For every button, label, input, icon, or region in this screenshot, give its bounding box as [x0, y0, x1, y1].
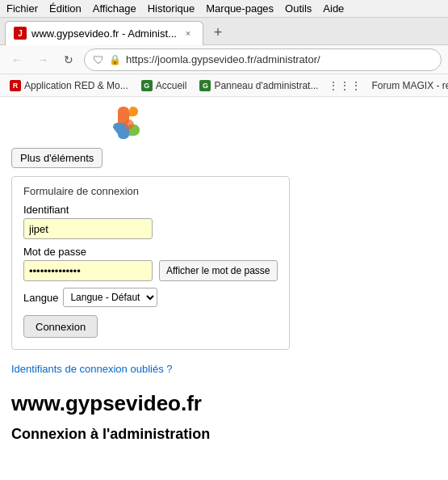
- language-row: Langue Langue - Défaut: [23, 288, 278, 307]
- connect-button[interactable]: Connexion: [23, 315, 98, 338]
- form-legend: Formulaire de connexion: [23, 185, 278, 197]
- bookmark-favicon-red: R: [10, 80, 21, 91]
- bookmark-label-red: Application RED & Mo...: [24, 80, 128, 91]
- tab-favicon: J: [14, 27, 27, 40]
- tab-title: www.gypsevideo.fr - Administ...: [31, 27, 177, 40]
- username-label: Identifiant: [23, 204, 278, 216]
- tab-close-button[interactable]: ×: [182, 27, 195, 40]
- menu-fichier[interactable]: Fichier: [6, 2, 38, 15]
- bookmark-label-panneau: Panneau d'administrat...: [214, 80, 318, 91]
- language-label: Langue: [23, 292, 58, 304]
- bookmarks-more-icon: ⋮⋮⋮: [328, 79, 362, 92]
- tab-bar: J www.gypsevideo.fr - Administ... × +: [0, 18, 448, 45]
- bookmark-forum-magix[interactable]: Forum MAGIX - retrou...: [368, 78, 448, 93]
- page-content: Plus d'éléments Formulaire de connexion …: [0, 97, 448, 451]
- bookmark-application-red[interactable]: R Application RED & Mo...: [6, 78, 132, 93]
- menu-marque-pages[interactable]: Marque-pages: [206, 2, 274, 15]
- forgot-credentials-link[interactable]: Identifiants de connexion oubliés ?: [11, 363, 437, 375]
- menu-bar: Fichier Édition Affichage Historique Mar…: [0, 0, 448, 18]
- svg-point-0: [124, 120, 134, 129]
- forward-button[interactable]: →: [32, 49, 53, 70]
- nav-bar: ← → ↻ 🛡 🔒 https://joomla.gypsevideo.fr/a…: [0, 45, 448, 74]
- password-input[interactable]: [23, 260, 153, 281]
- more-elements-button[interactable]: Plus d'éléments: [11, 148, 103, 168]
- password-row: Afficher le mot de passe: [23, 260, 278, 281]
- bookmark-panneau[interactable]: G Panneau d'administrat...: [196, 78, 321, 93]
- menu-outils[interactable]: Outils: [285, 2, 312, 15]
- menu-aide[interactable]: Aide: [323, 2, 344, 15]
- menu-affichage[interactable]: Affichage: [93, 2, 136, 15]
- bookmark-label-accueil: Accueil: [156, 80, 187, 91]
- tab-favicon-text: J: [18, 29, 23, 38]
- menu-edition[interactable]: Édition: [49, 2, 82, 15]
- lock-icon: 🔒: [109, 54, 121, 65]
- bookmark-favicon-accueil: G: [141, 80, 153, 91]
- address-bar[interactable]: 🛡 🔒 https://joomla.gypsevideo.fr/adminis…: [84, 48, 442, 71]
- language-select[interactable]: Langue - Défaut: [63, 288, 157, 307]
- url-text: https://joomla.gypsevideo.fr/administrat…: [126, 53, 433, 65]
- back-button[interactable]: ←: [6, 49, 27, 70]
- bookmark-label-forum: Forum MAGIX - retrou...: [371, 80, 448, 91]
- refresh-button[interactable]: ↻: [58, 49, 79, 70]
- menu-historique[interactable]: Historique: [148, 2, 195, 15]
- site-title: www.gypsevideo.fr: [11, 391, 437, 416]
- bookmark-favicon-panneau: G: [199, 80, 211, 91]
- password-label: Mot de passe: [23, 246, 278, 258]
- username-input[interactable]: [23, 218, 153, 239]
- browser-tab[interactable]: J www.gypsevideo.fr - Administ... ×: [5, 21, 203, 45]
- shield-icon: 🛡: [93, 53, 104, 66]
- joomla-logo: [106, 105, 162, 154]
- login-form-container: Formulaire de connexion Identifiant Mot …: [11, 176, 290, 350]
- bookmark-accueil[interactable]: G Accueil: [138, 78, 191, 93]
- bookmarks-bar: R Application RED & Mo... G Accueil G Pa…: [0, 74, 448, 97]
- new-tab-button[interactable]: +: [207, 22, 229, 44]
- admin-title: Connexion à l'administration: [11, 426, 437, 443]
- show-password-button[interactable]: Afficher le mot de passe: [159, 260, 278, 281]
